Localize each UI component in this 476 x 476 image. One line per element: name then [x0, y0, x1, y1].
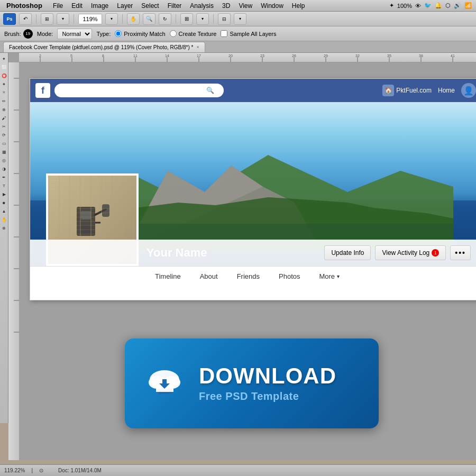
- fb-site-label: PktFuel.com: [396, 87, 432, 94]
- zoom-status: 119.22%: [4, 468, 25, 473]
- menu-help[interactable]: Help: [288, 1, 309, 11]
- fb-tab-friends[interactable]: Friends: [228, 267, 268, 287]
- workspace-arrow[interactable]: ▾: [57, 13, 69, 25]
- brush-indicator: Brush: 19: [4, 29, 33, 39]
- rotate-icon[interactable]: ↻: [159, 13, 171, 25]
- healing-tool[interactable]: ⊕: [1, 106, 8, 113]
- eyedropper-tool[interactable]: ✏: [1, 97, 8, 105]
- menu-3d[interactable]: 3D: [218, 1, 234, 11]
- hand-tool-left[interactable]: ✋: [1, 216, 8, 223]
- marquee-tool[interactable]: ⬜: [1, 63, 8, 71]
- more-options-button[interactable]: •••: [450, 245, 471, 260]
- lasso-tool[interactable]: ⭕: [1, 72, 8, 79]
- update-info-button[interactable]: Update Info: [324, 245, 371, 260]
- eye-icon: 👁: [415, 3, 421, 9]
- dodge-tool[interactable]: ◑: [1, 165, 8, 172]
- zoom-tool[interactable]: 🔍: [143, 13, 155, 25]
- brush-preview[interactable]: 19: [23, 29, 33, 39]
- fb-tab-timeline-label: Timeline: [155, 272, 181, 280]
- battery-icon: 100%: [397, 3, 412, 9]
- svg-text:8: 8: [102, 54, 104, 58]
- proximity-radio[interactable]: [115, 30, 122, 37]
- svg-text:26: 26: [292, 54, 296, 58]
- eraser-tool[interactable]: ▭: [1, 140, 8, 147]
- menu-image[interactable]: Image: [87, 1, 113, 11]
- zoom-tool-left[interactable]: ⊕: [1, 224, 8, 232]
- brush-tool[interactable]: 🖌: [1, 114, 8, 122]
- mountain-illustration: [83, 144, 453, 250]
- download-subtitle: Free PSD Template: [199, 390, 336, 402]
- svg-text:14: 14: [165, 54, 169, 58]
- fb-nav-site[interactable]: 🏠 PktFuel.com: [382, 85, 432, 96]
- facebook-mockup: f 🔍 🏠 PktFuel.com Home 👤: [30, 78, 476, 300]
- document-tab[interactable]: Facebook Cover Template (pktfuel.com).ps…: [3, 42, 205, 52]
- history-brush-tool[interactable]: ⟳: [1, 131, 8, 139]
- tab-bar: Facebook Cover Template (pktfuel.com).ps…: [0, 41, 476, 53]
- zoom-level: 119%: [83, 16, 97, 22]
- fb-tab-more[interactable]: More ▾: [310, 267, 348, 287]
- ps-icon[interactable]: Ps: [3, 13, 16, 25]
- fb-profile-nav-icon[interactable]: 👤: [461, 83, 476, 98]
- facebook-navbar: f 🔍 🏠 PktFuel.com Home 👤: [30, 79, 476, 102]
- separator-4: [176, 14, 176, 24]
- menu-window[interactable]: Window: [257, 1, 288, 11]
- workspace-icon[interactable]: ⊞: [41, 13, 53, 25]
- menu-analysis[interactable]: Analysis: [186, 1, 218, 11]
- svg-text:2: 2: [39, 54, 41, 58]
- menu-file[interactable]: File: [49, 1, 67, 11]
- grid-arrow[interactable]: ▾: [196, 13, 209, 25]
- arrange-icon[interactable]: ⊟: [218, 13, 231, 25]
- hand-tool[interactable]: ✋: [127, 13, 140, 25]
- mode-label: Mode:: [37, 31, 53, 37]
- pen-tool[interactable]: ✒: [1, 173, 8, 181]
- shape-tool[interactable]: ■: [1, 199, 8, 206]
- facebook-search-bar[interactable]: 🔍: [54, 84, 224, 97]
- fb-tab-photos[interactable]: Photos: [270, 267, 308, 287]
- menu-select[interactable]: Select: [137, 1, 163, 11]
- arrange-arrow[interactable]: ▾: [234, 13, 246, 25]
- download-icon-wrapper: [141, 360, 188, 407]
- menu-items: File Edit Image Layer Select Filter Anal…: [49, 1, 309, 11]
- menu-filter[interactable]: Filter: [163, 1, 186, 11]
- download-banner[interactable]: DOWNLOAD Free PSD Template: [125, 338, 379, 428]
- svg-text:38: 38: [419, 54, 423, 58]
- 3d-tool[interactable]: ▲: [1, 207, 8, 215]
- menu-view[interactable]: View: [234, 1, 257, 11]
- text-tool[interactable]: T: [1, 182, 8, 189]
- crop-tool[interactable]: ⌗: [1, 89, 8, 96]
- history-icon[interactable]: ↶: [19, 13, 32, 25]
- magic-wand-tool[interactable]: ⁕: [1, 80, 8, 88]
- menu-edit[interactable]: Edit: [67, 1, 87, 11]
- view-activity-log-button[interactable]: View Activity Log 1: [375, 245, 446, 260]
- separator-5: [213, 14, 214, 24]
- fb-nav-home[interactable]: Home: [438, 87, 455, 94]
- type-label: Type:: [96, 31, 111, 37]
- bluetooth-icon: ⬡: [445, 2, 451, 9]
- texture-radio[interactable]: [170, 30, 177, 37]
- options-bar: Brush: 19 Mode: Normal Type: Proximity M…: [0, 26, 476, 41]
- svg-text:20: 20: [228, 54, 233, 58]
- grid-icon[interactable]: ⊞: [180, 13, 193, 25]
- facebook-action-buttons: Update Info View Activity Log 1 •••: [324, 245, 471, 260]
- path-selection-tool[interactable]: ▶: [1, 190, 8, 198]
- menu-layer[interactable]: Layer: [113, 1, 137, 11]
- fb-tab-about[interactable]: About: [191, 267, 226, 287]
- sample-checkbox[interactable]: [221, 30, 227, 37]
- blur-tool[interactable]: ◎: [1, 157, 8, 164]
- tab-close-button[interactable]: ×: [196, 44, 199, 50]
- ruler-vertical: [8, 62, 19, 460]
- clone-tool[interactable]: ✂: [1, 123, 8, 130]
- fb-tab-more-label: More: [319, 272, 335, 280]
- left-toolbar: ✦ ⬜ ⭕ ⁕ ⌗ ✏ ⊕ 🖌 ✂ ⟳ ▭ ▦ ◎ ◑ ✒ T ▶ ■ ▲ ✋ …: [0, 53, 8, 423]
- move-tool[interactable]: ✦: [1, 55, 8, 62]
- mode-select[interactable]: Normal: [57, 29, 92, 39]
- canvas-area: 2 5 8 11 14 17 20 23 26 29 32 35 38: [8, 53, 476, 460]
- gradient-tool[interactable]: ▦: [1, 148, 8, 155]
- svg-text:11: 11: [133, 54, 138, 58]
- download-title: DOWNLOAD: [199, 365, 336, 387]
- zoom-arrow[interactable]: ▾: [105, 13, 118, 25]
- separator-1: [36, 14, 36, 24]
- canvas-content: f 🔍 🏠 PktFuel.com Home 👤: [19, 62, 476, 460]
- fb-tab-timeline[interactable]: Timeline: [147, 267, 189, 287]
- facebook-action-bar: Update Info View Activity Log 1 •••: [30, 240, 476, 266]
